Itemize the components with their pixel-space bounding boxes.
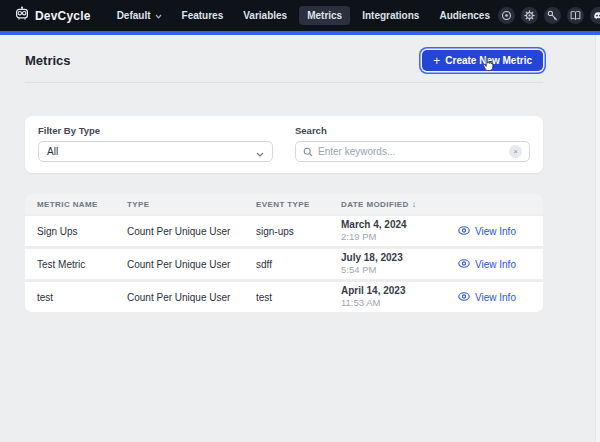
view-info-link[interactable]: View Info: [458, 292, 543, 303]
chevron-down-icon: [256, 143, 264, 161]
discord-icon[interactable]: [590, 7, 600, 24]
nav-item-features[interactable]: Features: [174, 6, 232, 25]
table-row[interactable]: Sign Ups Count Per Unique User sign-ups …: [25, 216, 543, 246]
view-info-link[interactable]: View Info: [458, 226, 543, 237]
project-selector-dropdown[interactable]: Default: [109, 6, 170, 25]
filter-card: Filter By Type All Search ×: [25, 116, 543, 173]
column-header-metric-name[interactable]: Metric Name: [25, 200, 127, 209]
target-icon[interactable]: [498, 7, 515, 24]
filter-by-type-label: Filter By Type: [38, 125, 273, 136]
type-filter-select[interactable]: All: [38, 141, 273, 162]
topbar-actions: [498, 7, 600, 25]
chevron-down-icon: [155, 10, 162, 21]
filter-by-type-group: Filter By Type All: [38, 125, 273, 162]
search-input[interactable]: [318, 146, 504, 157]
table-row[interactable]: test Count Per Unique User test April 14…: [25, 282, 543, 312]
top-navigation-bar: DevCycle Default Features Variables Metr…: [0, 0, 600, 31]
metric-name-cell: Test Metric: [25, 259, 127, 270]
eye-icon: [458, 226, 470, 237]
search-box: ×: [295, 141, 530, 162]
primary-nav: Default Features Variables Metrics Integ…: [109, 6, 498, 25]
page-title: Metrics: [25, 53, 71, 68]
main-content: Metrics + Create New Metric Filter By Ty…: [0, 35, 600, 312]
table-row[interactable]: Test Metric Count Per Unique User sdff J…: [25, 249, 543, 279]
column-header-type[interactable]: Type: [127, 200, 256, 209]
nav-item-audiences[interactable]: Audiences: [431, 6, 498, 25]
type-filter-value: All: [47, 146, 58, 157]
date-modified-cell: April 14, 2023 11:53 AM: [341, 285, 458, 309]
event-type-cell: sdff: [256, 259, 341, 270]
metric-name-cell: Sign Ups: [25, 226, 127, 237]
metrics-table: Metric Name Type Event Type Date Modifie…: [25, 194, 543, 312]
brand-name: DevCycle: [35, 9, 91, 23]
sort-descending-icon: ↓: [412, 199, 417, 209]
nav-item-metrics[interactable]: Metrics: [299, 6, 350, 25]
column-header-event-type[interactable]: Event Type: [256, 200, 341, 209]
gear-icon[interactable]: [521, 7, 538, 24]
eye-icon: [458, 259, 470, 270]
clear-search-icon[interactable]: ×: [509, 145, 522, 158]
nav-item-integrations[interactable]: Integrations: [354, 6, 427, 25]
create-new-metric-button[interactable]: + Create New Metric: [422, 50, 543, 71]
robot-logo-icon: [14, 6, 30, 26]
search-group: Search ×: [295, 125, 530, 162]
event-type-cell: test: [256, 292, 341, 303]
plus-icon: +: [433, 56, 440, 66]
table-header-row: Metric Name Type Event Type Date Modifie…: [25, 194, 543, 214]
date-modified-cell: July 18, 2023 5:54 PM: [341, 252, 458, 276]
nav-item-variables[interactable]: Variables: [235, 6, 295, 25]
search-label: Search: [295, 125, 530, 136]
event-type-cell: sign-ups: [256, 226, 341, 237]
book-icon[interactable]: [567, 7, 584, 24]
type-cell: Count Per Unique User: [127, 292, 256, 303]
date-modified-cell: March 4, 2024 2:19 PM: [341, 219, 458, 243]
type-cell: Count Per Unique User: [127, 226, 256, 237]
devcycle-logo[interactable]: DevCycle: [14, 6, 91, 26]
view-info-link[interactable]: View Info: [458, 259, 543, 270]
search-icon: [303, 143, 313, 161]
type-cell: Count Per Unique User: [127, 259, 256, 270]
metric-name-cell: test: [25, 292, 127, 303]
column-header-date-modified[interactable]: Date Modified ↓: [341, 199, 458, 209]
eye-icon: [458, 292, 470, 303]
page-header: Metrics + Create New Metric: [25, 35, 543, 83]
key-icon[interactable]: [544, 7, 561, 24]
